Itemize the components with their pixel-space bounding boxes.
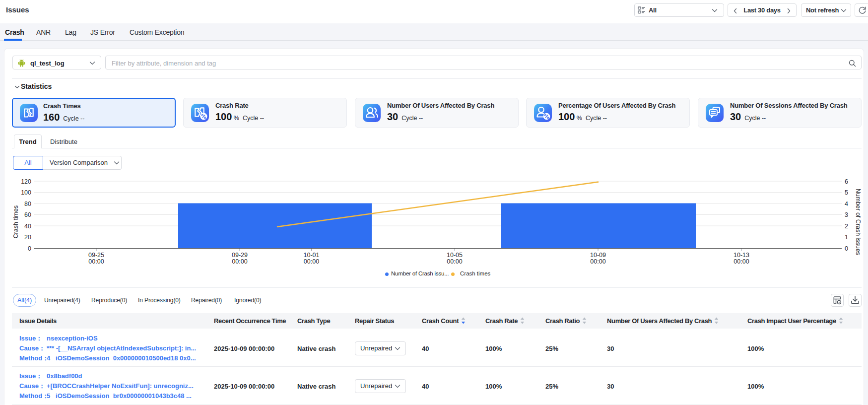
svg-text:100: 100 [21, 189, 31, 196]
svg-text:120: 120 [21, 178, 31, 185]
svg-text:00:00: 00:00 [304, 258, 319, 265]
svg-text:00:00: 00:00 [734, 258, 749, 265]
svg-text:60: 60 [24, 211, 31, 218]
svg-text:10-09: 10-09 [590, 252, 606, 259]
svg-text:10-05: 10-05 [447, 252, 463, 259]
svg-text:00:00: 00:00 [232, 258, 247, 265]
svg-text:00:00: 00:00 [447, 258, 462, 265]
svg-text:00:00: 00:00 [88, 258, 104, 265]
svg-text:40: 40 [24, 223, 31, 230]
svg-text:6: 6 [845, 178, 848, 185]
svg-text:10-01: 10-01 [304, 252, 320, 259]
svg-text:00:00: 00:00 [590, 258, 605, 265]
svg-text:Number of Crash issues: Number of Crash issues [855, 189, 862, 255]
svg-text:20: 20 [24, 234, 31, 241]
svg-text:5: 5 [845, 189, 848, 196]
svg-text:Crash times: Crash times [12, 205, 19, 239]
svg-text:2: 2 [845, 223, 848, 230]
svg-text:0: 0 [845, 245, 848, 252]
svg-text:0: 0 [28, 245, 31, 252]
svg-text:10-13: 10-13 [734, 252, 749, 259]
svg-text:4: 4 [845, 201, 848, 207]
svg-text:1: 1 [845, 234, 848, 241]
svg-text:80: 80 [24, 201, 31, 207]
svg-text:3: 3 [845, 211, 848, 218]
svg-text:09-29: 09-29 [232, 252, 248, 259]
svg-text:09-25: 09-25 [88, 252, 104, 259]
